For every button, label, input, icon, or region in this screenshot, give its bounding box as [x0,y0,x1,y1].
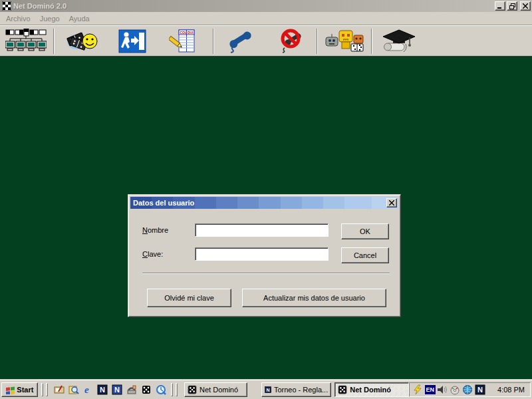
restore-icon [509,3,515,9]
menu-ayuda[interactable]: Ayuda [65,13,94,24]
clave-input[interactable] [195,247,329,261]
screen: Net Dominó 2.0 Archivo Juego Ayuda [0,0,532,399]
domino-icon [141,384,152,395]
taskbar-clock: 4:08 PM [497,386,527,394]
close-icon [389,200,395,205]
power-tray-icon[interactable] [412,384,424,395]
cd-player-tray-icon[interactable] [450,384,461,395]
start-label: Start [17,386,33,394]
ok-button[interactable]: OK [341,223,389,239]
internet-explorer-icon: e [83,384,94,395]
minimize-button[interactable] [495,1,505,11]
app-icon-domino [2,1,11,11]
volume-tray-icon[interactable] [437,384,448,395]
taskbar: Start e N [0,379,532,399]
netscape-tray-icon[interactable]: N [475,384,486,395]
dominoes-smiley-icon [66,29,98,54]
toolbar-exit-button[interactable] [116,27,149,55]
toolbar-network-game-button[interactable] [3,27,49,55]
robot-players-icon [325,29,364,54]
search-icon [68,384,79,395]
network-dominoes-icon [5,29,47,54]
menu-bar: Archivo Juego Ayuda [0,12,532,25]
separator-line [142,273,390,274]
toolbar-separator [371,29,372,54]
clave-label: Clave: [142,250,163,258]
task-label: Net Dominó [350,386,391,394]
quicktime-icon [156,384,166,395]
menu-juego[interactable]: Juego [35,13,65,24]
dialog-title: Datos del usuario [133,199,386,207]
nombre-label: Nombre [142,226,168,234]
minimize-icon [497,3,503,9]
phone-icon [225,29,255,54]
toolbar-learn-button[interactable] [379,27,419,55]
toolbar-separator [213,29,214,54]
system-tray: EN [409,382,531,397]
show-desktop-icon [54,384,65,395]
windows-logo-icon [5,385,15,394]
cancel-button[interactable]: Cancel [341,247,389,263]
quick-launch-dialer[interactable] [124,382,139,397]
netscape-composer-icon: N [112,384,122,395]
svg-text:DUI: DUI [188,31,194,35]
nombre-input[interactable] [195,223,329,237]
toolbar: COL DUI [0,25,532,57]
window-title: Net Dominó 2.0 [13,2,495,10]
task-button-net-domino-active[interactable]: Net Dominó [334,382,409,397]
task-label: Net Dominó [200,386,238,394]
taskbar-handle[interactable] [171,383,173,396]
quick-launch-internet-explorer[interactable]: e [81,382,96,397]
quick-launch-handle[interactable] [41,383,43,396]
close-icon [523,3,529,9]
netscape-icon: N [265,385,271,394]
quick-launch-netscape-composer[interactable]: N [110,382,124,397]
forgot-password-button[interactable]: Olvidé mi clave [147,289,231,307]
task-label: Torneo - Regla... [274,386,328,394]
toolbar-players-button[interactable] [322,27,367,55]
taskbar-handle[interactable] [176,383,178,396]
toolbar-new-game-button[interactable] [64,27,101,55]
user-data-dialog: Datos del usuario Nombre OK Clave: Cance… [128,194,401,317]
menu-archivo[interactable]: Archivo [1,13,35,24]
window-titlebar: Net Dominó 2.0 [0,0,532,12]
game-table-background: Datos del usuario Nombre OK Clave: Cance… [0,57,532,379]
domino-icon [188,385,197,394]
score-sheet-icon: COL DUI [169,29,196,54]
close-button[interactable] [520,1,531,11]
toolbar-separator [317,29,318,54]
update-user-data-button[interactable]: Actualizar mis datos de usuario [242,289,386,307]
restore-button[interactable] [507,1,517,11]
dialog-titlebar: Datos del usuario [130,197,398,209]
phone-blocked-icon [277,29,305,54]
toolbar-separator [53,29,55,54]
quick-launch-net-domino[interactable] [139,382,154,397]
language-indicator[interactable]: EN [425,385,436,394]
dialer-icon [126,384,137,395]
quick-launch-show-desktop[interactable] [52,382,66,397]
dialog-close-button[interactable] [386,198,397,207]
task-button-torneo[interactable]: N Torneo - Regla... [261,382,332,397]
quick-launch-netscape[interactable]: N [95,382,110,397]
quick-launch-handle[interactable] [46,383,48,396]
svg-text:e: e [84,384,89,395]
toolbar-mute-chat-button[interactable] [274,27,307,55]
domino-icon [338,385,347,394]
svg-text:N: N [114,386,120,394]
svg-text:N: N [266,387,269,392]
netscape-icon: N [97,384,108,395]
task-button-net-domino[interactable]: Net Dominó [184,382,247,397]
graduation-cap-icon [382,29,416,54]
quick-launch-quicktime[interactable] [154,382,168,397]
quick-launch-search[interactable] [66,382,81,397]
svg-text:COL: COL [180,31,188,35]
network-globe-tray-icon[interactable] [462,384,473,395]
start-button[interactable]: Start [1,382,38,397]
exit-door-icon [118,29,146,53]
svg-text:N: N [100,386,105,394]
toolbar-score-sheet-button[interactable]: COL DUI [166,27,198,55]
svg-text:N: N [477,386,483,394]
toolbar-chat-button[interactable] [222,27,258,55]
